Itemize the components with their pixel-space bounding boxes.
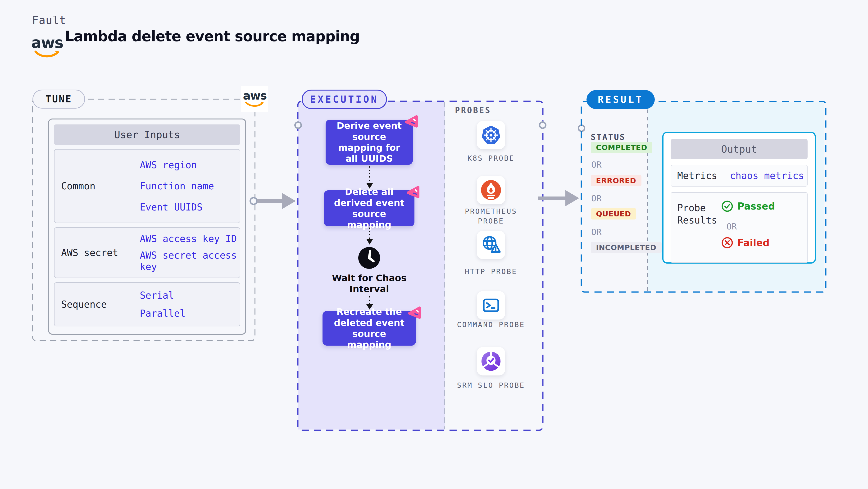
chaos-fault-icon xyxy=(403,114,418,129)
row-label: Sequence xyxy=(61,299,107,310)
status-badge-completed: COMPLETED xyxy=(591,142,652,153)
aws-smile-icon xyxy=(34,50,60,59)
aws-logo-icon: aws xyxy=(33,36,61,59)
connector-dot-icon xyxy=(294,121,302,129)
probe-result-passed: Passed xyxy=(721,200,775,212)
metrics-row: Metrics chaos metrics xyxy=(671,165,808,187)
probe-tile-srm-slo xyxy=(477,347,505,375)
row-links: AWS access key ID AWS secret access key xyxy=(140,228,242,278)
status-badge-queued: QUEUED xyxy=(591,208,636,219)
chaos-fault-icon xyxy=(404,185,420,200)
prometheus-icon xyxy=(480,179,502,201)
fault-diagram: Fault aws Lambda delete event source map… xyxy=(0,0,868,489)
user-inputs-row-aws-secret: AWS secret AWS access key ID AWS secret … xyxy=(54,227,240,278)
link-serial[interactable]: Serial xyxy=(140,289,242,301)
probe-label-command: COMMAND PROBE xyxy=(453,320,529,330)
output-panel: Output Metrics chaos metrics Probe Resul… xyxy=(662,132,816,264)
link-function-name[interactable]: Function name xyxy=(140,180,242,192)
status-label: STATUS xyxy=(591,132,626,142)
probe-label-http: HTTP PROBE xyxy=(453,267,529,277)
page-title: Lambda delete event source mapping xyxy=(65,28,360,44)
probes-section-label: PROBES xyxy=(455,105,491,115)
probe-tile-prometheus xyxy=(477,176,505,204)
step-wait-for-chaos-interval: Wait for Chaos Interval xyxy=(331,273,407,295)
result-badge: RESULT xyxy=(587,90,655,109)
tune-badge: TUNE xyxy=(32,90,85,109)
probe-results-label: Probe Results xyxy=(677,202,722,226)
link-event-uuids[interactable]: Event UUIDS xyxy=(140,202,242,213)
probe-label-k8s: K8S PROBE xyxy=(453,154,529,163)
aws-smile-icon xyxy=(245,101,265,108)
row-label: AWS secret xyxy=(61,247,118,258)
link-parallel[interactable]: Parallel xyxy=(140,308,242,319)
passed-check-icon xyxy=(721,200,733,212)
metrics-label: Metrics xyxy=(677,170,717,182)
aws-logo-text: aws xyxy=(31,36,63,50)
dotted-arrow-down-icon xyxy=(365,227,374,246)
probe-result-failed: Failed xyxy=(721,237,769,249)
link-aws-access-key-id[interactable]: AWS access key ID xyxy=(140,233,242,244)
clock-icon xyxy=(358,246,380,269)
terminal-icon xyxy=(480,295,502,316)
row-links: AWS region Function name Event UUIDS xyxy=(140,150,242,222)
or-separator: OR xyxy=(726,222,737,231)
probe-tile-command xyxy=(477,291,505,319)
link-aws-secret-access-key[interactable]: AWS secret access key xyxy=(140,250,242,272)
status-badge-errored: ERRORED xyxy=(591,175,642,186)
chaos-metrics-link[interactable]: chaos metrics xyxy=(730,170,804,181)
user-inputs-row-sequence: Sequence Serial Parallel xyxy=(54,282,240,327)
status-badge-incompleted: INCOMPLETED xyxy=(591,242,661,253)
failed-x-icon xyxy=(721,237,733,249)
dotted-arrow-down-icon xyxy=(365,166,374,190)
link-aws-region[interactable]: AWS region xyxy=(140,159,242,171)
user-inputs-card: User Inputs Common AWS region Function n… xyxy=(48,119,246,335)
or-separator: OR xyxy=(591,227,601,237)
kubernetes-icon xyxy=(479,124,502,147)
output-header: Output xyxy=(671,139,808,159)
user-inputs-header: User Inputs xyxy=(54,124,240,145)
aws-logo-icon: aws xyxy=(243,91,266,108)
row-links: Serial Parallel xyxy=(140,283,242,326)
probe-tile-k8s xyxy=(477,121,505,149)
probe-tile-http xyxy=(477,231,505,259)
connector-dot-icon xyxy=(538,121,547,129)
row-label: Common xyxy=(61,181,95,191)
execution-badge: EXECUTION xyxy=(302,90,387,109)
probe-results-row: Probe Results Passed OR Failed xyxy=(671,192,808,263)
probe-label-prometheus: PROMETHEUS PROBE xyxy=(453,207,529,226)
srm-slo-icon xyxy=(480,350,502,372)
or-separator: OR xyxy=(591,160,601,170)
user-inputs-row-common: Common AWS region Function name Event UU… xyxy=(54,149,240,223)
step-recreate-event-source-mapping: Recreate the deleted event source mappin… xyxy=(322,311,416,345)
step-delete-event-source-mapping: Delete all derived event source mapping xyxy=(324,190,414,226)
or-separator: OR xyxy=(591,193,601,203)
arrow-tune-to-execution-icon xyxy=(249,187,299,216)
probe-label-srm-slo: SRM SLO PROBE xyxy=(453,381,529,390)
fault-kind-label: Fault xyxy=(32,14,66,27)
step-derive-event-source-mapping: Derive event source mapping for all UUID… xyxy=(326,120,413,165)
chaos-fault-icon xyxy=(406,305,421,320)
tune-aws-logo: aws xyxy=(241,86,268,112)
arrow-execution-to-result-icon xyxy=(537,189,581,210)
http-globe-warning-icon xyxy=(479,234,502,256)
